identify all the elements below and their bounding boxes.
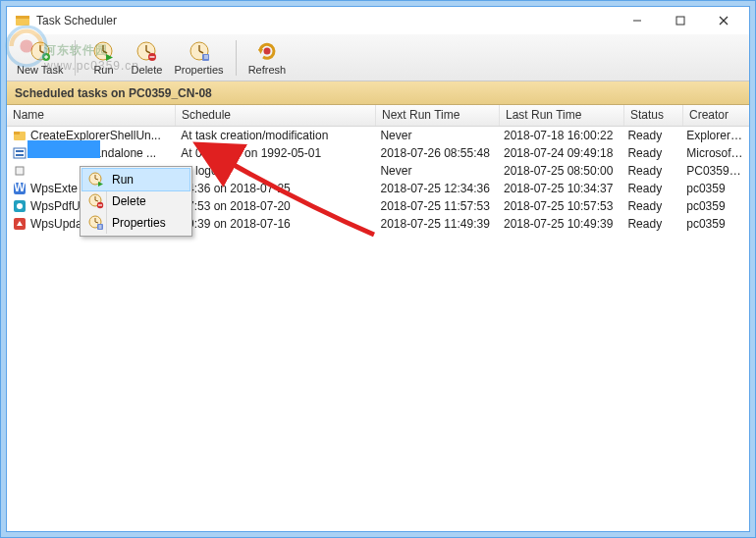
task-next-run: 2018-07-26 08:55:48 <box>374 146 498 160</box>
context-run-label: Run <box>112 173 134 187</box>
task-name: WpsExte <box>30 182 78 195</box>
task-schedule: 49:39 on 2018-07-16 <box>175 217 374 231</box>
close-button[interactable] <box>702 10 745 31</box>
task-icon <box>13 164 27 178</box>
maximize-button[interactable] <box>659 10 702 31</box>
task-icon: W <box>13 182 27 195</box>
col-name[interactable]: Name <box>7 105 176 126</box>
column-headers: Name Schedule Next Run Time Last Run Tim… <box>7 105 749 127</box>
svg-point-40 <box>17 203 23 209</box>
task-last-run: 2018-07-25 10:49:39 <box>498 217 622 231</box>
task-last-run: 2018-07-25 10:34:37 <box>498 182 622 195</box>
task-creator: pc0359 <box>680 217 749 231</box>
task-schedule: At logon <box>175 164 374 178</box>
title-bar: Task Scheduler <box>7 7 749 34</box>
svg-rect-5 <box>676 17 684 25</box>
task-last-run: 2018-07-25 08:50:00 <box>498 164 622 178</box>
task-schedule: At task creation/modification <box>175 129 374 142</box>
context-delete-label: Delete <box>112 194 146 208</box>
svg-rect-36 <box>16 167 24 175</box>
refresh-icon <box>255 39 279 63</box>
task-status: Ready <box>621 129 680 142</box>
refresh-button[interactable]: Refresh <box>243 36 293 80</box>
col-creator[interactable]: Creator <box>683 105 749 126</box>
clock-run-icon <box>91 39 115 63</box>
toolbar-separator <box>75 40 76 76</box>
run-button[interactable]: Run <box>81 36 125 80</box>
task-creator: pc0359 <box>680 182 749 195</box>
svg-rect-3 <box>16 16 29 19</box>
clock-properties-icon <box>188 39 211 63</box>
task-schedule: 34:36 on 2018-07-25 <box>175 182 374 195</box>
task-next-run: 2018-07-25 11:49:39 <box>374 217 498 231</box>
svg-point-30 <box>263 48 270 55</box>
svg-marker-45 <box>98 182 103 187</box>
context-properties-label: Properties <box>112 216 166 230</box>
clock-run-icon <box>86 172 106 188</box>
toolbar-separator <box>236 40 237 76</box>
app-icon <box>15 13 30 28</box>
context-menu-delete[interactable]: Delete <box>82 190 189 212</box>
task-next-run: Never <box>374 164 498 178</box>
task-status: Ready <box>621 164 680 178</box>
selection-highlight <box>27 140 100 158</box>
table-row[interactable]: OneDrive Standalone ...At 04:00:00 on 19… <box>7 144 749 162</box>
svg-rect-33 <box>14 148 26 158</box>
info-bar: Scheduled tasks on PC0359_CN-08 <box>7 81 749 105</box>
svg-rect-54 <box>97 224 103 230</box>
svg-marker-29 <box>258 49 263 54</box>
svg-rect-35 <box>16 154 24 156</box>
task-creator: PC0359_CN-... <box>680 164 749 178</box>
task-next-run: 2018-07-25 12:34:36 <box>374 182 498 195</box>
window-title: Task Scheduler <box>36 14 616 27</box>
task-last-run: 2018-07-25 10:57:53 <box>498 199 622 213</box>
task-creator: Microsoft Cor... <box>680 146 749 160</box>
task-icon <box>13 199 27 213</box>
clock-delete-icon <box>135 39 158 63</box>
properties-label: Properties <box>174 64 223 76</box>
svg-rect-34 <box>16 150 24 152</box>
toolbar: 河东软件园 www.pc0359.cn New Task Run Delete … <box>7 34 749 81</box>
run-label: Run <box>93 64 113 76</box>
task-status: Ready <box>621 182 680 195</box>
task-icon <box>13 146 27 160</box>
info-bar-text: Scheduled tasks on PC0359_CN-08 <box>15 86 212 100</box>
task-creator: pc0359 <box>680 199 749 213</box>
app-window: Task Scheduler 河东软件园 www.pc0359.cn New T… <box>6 6 750 532</box>
svg-rect-32 <box>14 132 20 134</box>
clock-delete-icon <box>86 193 106 209</box>
new-task-button[interactable]: New Task <box>11 36 69 80</box>
clock-new-icon <box>28 39 52 63</box>
task-name: WpsPdfU <box>30 199 81 213</box>
col-last-run[interactable]: Last Run Time <box>500 105 624 126</box>
task-icon <box>13 217 27 231</box>
delete-button[interactable]: Delete <box>125 36 168 80</box>
clock-properties-icon <box>86 215 106 231</box>
svg-text:W: W <box>14 182 26 194</box>
task-schedule: 57:53 on 2018-07-20 <box>175 199 374 213</box>
task-creator: ExplorerShell... <box>680 129 749 142</box>
minimize-button[interactable] <box>616 10 659 31</box>
refresh-label: Refresh <box>248 64 287 76</box>
context-menu-properties[interactable]: Properties <box>82 212 189 234</box>
task-next-run: Never <box>374 129 498 142</box>
task-icon <box>13 129 27 142</box>
task-status: Ready <box>621 199 680 213</box>
task-last-run: 2018-07-24 09:49:18 <box>498 146 622 160</box>
context-menu-run[interactable]: Run <box>81 168 190 191</box>
col-status[interactable]: Status <box>624 105 683 126</box>
task-status: Ready <box>621 217 680 231</box>
col-schedule[interactable]: Schedule <box>176 105 376 126</box>
table-row[interactable]: CreateExplorerShellUn...At task creation… <box>7 127 749 144</box>
context-menu: Run Delete Properties <box>80 166 192 237</box>
new-task-label: New Task <box>17 64 63 76</box>
task-name: WpsUpda <box>30 217 82 231</box>
delete-label: Delete <box>132 64 163 76</box>
col-next-run[interactable]: Next Run Time <box>376 105 500 126</box>
task-schedule: At 04:00:00 on 1992-05-01 <box>175 146 374 160</box>
task-next-run: 2018-07-25 11:57:53 <box>374 199 498 213</box>
properties-button[interactable]: Properties <box>168 36 229 80</box>
task-status: Ready <box>621 146 680 160</box>
task-last-run: 2018-07-18 16:00:22 <box>498 129 622 142</box>
